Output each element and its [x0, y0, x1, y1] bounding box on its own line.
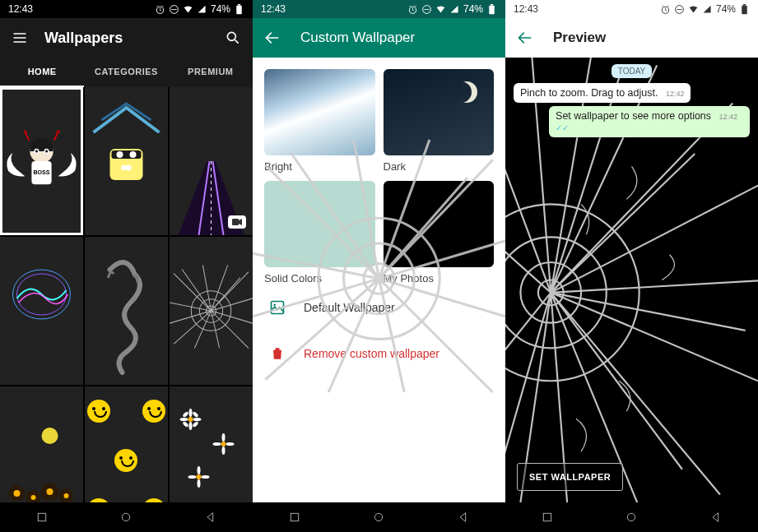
message-text: Set wallpaper to see more options	[556, 110, 711, 122]
svg-rect-20	[122, 165, 132, 170]
svg-rect-80	[543, 513, 551, 520]
status-bar: 12:43 74%	[505, 0, 758, 18]
svg-point-49	[226, 442, 235, 446]
nav-home-icon[interactable]	[625, 511, 638, 524]
svg-point-12	[35, 150, 38, 152]
nav-recent-icon[interactable]	[35, 511, 49, 524]
svg-text:BOSS: BOSS	[33, 169, 49, 175]
alarm-icon	[155, 4, 165, 15]
svg-point-8	[227, 32, 235, 40]
option-my-photos[interactable]: My Photos	[384, 181, 495, 285]
message-time: 12:42	[666, 90, 685, 98]
option-photos-thumb	[384, 181, 495, 267]
battery-pct: 74%	[716, 3, 736, 15]
app-title: Wallpapers	[44, 30, 208, 47]
svg-point-52	[198, 479, 201, 488]
svg-point-50	[197, 474, 202, 479]
status-icons: 74%	[660, 3, 750, 15]
svg-point-19	[130, 151, 137, 158]
wallpapers-app-screen: 12:43 74% Wallpapers HOME CATEGORIES PRE…	[0, 0, 253, 532]
dnd-icon	[169, 4, 179, 15]
wallpaper-options-grid: Bright Dark Solid Colors My Photos	[264, 69, 494, 285]
svg-point-54	[202, 475, 210, 479]
tab-home[interactable]: HOME	[0, 58, 84, 87]
incoming-message: Pinch to zoom. Drag to adjust. 12:42	[514, 83, 691, 103]
nav-home-icon[interactable]	[119, 511, 133, 524]
wallpaper-thumb[interactable]	[85, 237, 168, 385]
svg-point-35	[64, 493, 69, 498]
svg-point-51	[198, 466, 201, 474]
wallpaper-grid[interactable]: BOSS	[0, 87, 253, 502]
svg-rect-6	[236, 5, 242, 14]
nav-recent-icon[interactable]	[541, 511, 554, 524]
wallpaper-thumb[interactable]	[170, 237, 253, 385]
nav-back-icon[interactable]	[204, 511, 217, 524]
screen-title: Preview	[553, 30, 606, 46]
svg-rect-23	[232, 219, 239, 225]
wifi-icon	[688, 4, 699, 15]
wifi-icon	[183, 4, 193, 15]
menu-icon[interactable]	[12, 30, 28, 46]
status-time: 12:43	[514, 3, 538, 15]
battery-pct: 74%	[211, 3, 230, 15]
chat-preview[interactable]: TODAY Pinch to zoom. Drag to adjust. 12:…	[505, 58, 758, 502]
svg-rect-73	[742, 5, 747, 14]
outgoing-message: Set wallpaper to see more options 12:42 …	[549, 106, 750, 137]
wallpaper-thumb[interactable]	[0, 386, 83, 502]
svg-rect-74	[743, 4, 746, 6]
svg-point-46	[222, 433, 226, 442]
dnd-icon	[674, 4, 685, 15]
svg-point-18	[117, 151, 123, 158]
svg-point-13	[45, 150, 48, 152]
svg-point-37	[189, 409, 193, 417]
svg-point-33	[31, 495, 36, 500]
svg-point-40	[193, 418, 202, 421]
tabs: HOME CATEGORIES PREMIUM	[0, 58, 253, 87]
nav-bar	[505, 502, 758, 532]
svg-point-62	[123, 513, 130, 520]
video-badge-icon	[228, 215, 246, 229]
message-time: 12:42	[719, 113, 738, 121]
signal-icon	[702, 4, 713, 15]
svg-point-38	[189, 422, 193, 430]
svg-point-45	[221, 442, 226, 446]
read-ticks-icon: ✓✓	[556, 123, 569, 132]
nav-bar	[0, 502, 253, 532]
back-icon[interactable]	[517, 30, 533, 46]
svg-point-24	[42, 428, 58, 444]
tab-categories[interactable]: CATEGORIES	[84, 58, 168, 87]
wallpaper-thumb[interactable]	[0, 237, 83, 385]
wallpaper-thumb[interactable]: BOSS	[0, 87, 83, 235]
svg-point-43	[192, 411, 198, 418]
svg-rect-7	[238, 4, 240, 6]
search-icon[interactable]	[225, 30, 241, 46]
content: Bright Dark Solid Colors My Photos Defau…	[253, 58, 505, 502]
svg-point-41	[182, 411, 188, 418]
date-badge: TODAY	[514, 64, 750, 78]
tab-premium[interactable]: PREMIUM	[169, 58, 253, 87]
svg-point-39	[180, 418, 188, 421]
svg-point-42	[192, 421, 198, 428]
wallpaper-thumb[interactable]	[85, 386, 168, 502]
svg-point-36	[188, 417, 193, 422]
alarm-icon	[660, 4, 671, 15]
custom-wallpaper-screen: 12:43 74% Custom Wallpaper Bright Dark	[253, 0, 505, 532]
preview-screen: 12:43 74% Preview TODAY Pinch to	[505, 0, 758, 532]
svg-point-81	[628, 513, 635, 520]
appbar: Preview	[505, 18, 758, 58]
status-bar: 12:43 74%	[0, 0, 253, 18]
wallpaper-thumb[interactable]	[170, 87, 253, 235]
nav-back-icon[interactable]	[709, 511, 723, 524]
battery-icon	[234, 4, 244, 15]
svg-point-34	[47, 488, 53, 495]
wallpaper-thumb[interactable]	[170, 386, 253, 502]
appbar: Wallpapers	[0, 18, 253, 58]
message-text: Pinch to zoom. Drag to adjust.	[520, 87, 658, 99]
wallpaper-thumb[interactable]	[85, 87, 168, 235]
svg-rect-61	[38, 513, 45, 520]
svg-point-47	[222, 446, 226, 455]
svg-point-53	[188, 475, 197, 479]
set-wallpaper-button[interactable]: SET WALLPAPER	[517, 463, 623, 491]
svg-point-32	[14, 490, 21, 497]
svg-rect-17	[112, 150, 142, 159]
